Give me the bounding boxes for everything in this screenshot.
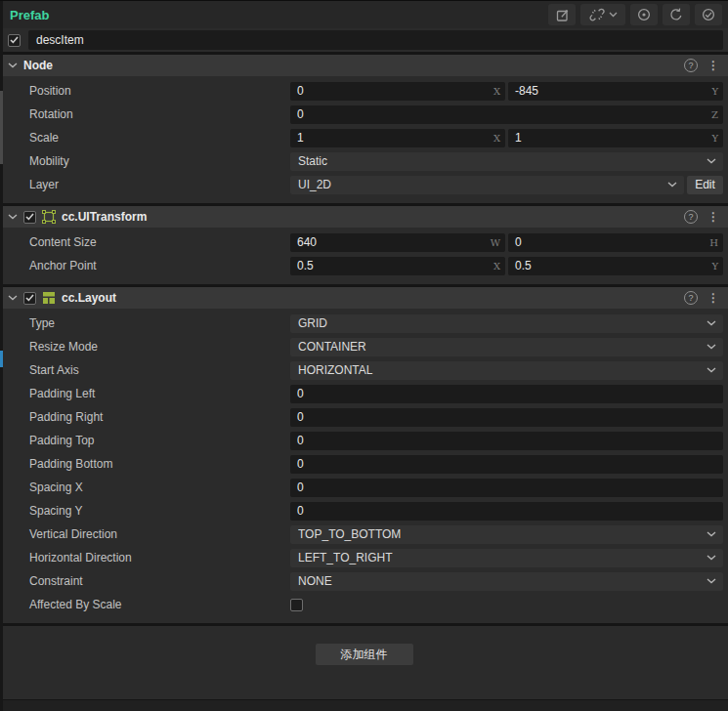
axis-suffix: X: [493, 133, 500, 144]
unlink-icon: [589, 7, 605, 22]
section-uitransform: cc.UITransform?⋮Content Size640W0HAnchor…: [0, 203, 728, 284]
axis-suffix: Y: [711, 133, 718, 144]
inspector-panel: Prefab descItem Node?⋮Position0X-845YRot…: [0, 1, 728, 711]
input-content-size-w[interactable]: 640W: [290, 233, 505, 252]
input-value: 1: [297, 131, 490, 145]
section-header-uitransform[interactable]: cc.UITransform?⋮: [0, 206, 728, 228]
select-value: CONTAINER: [298, 340, 707, 354]
axis-suffix: Z: [711, 109, 718, 120]
row-value-affected-by-scale: [290, 599, 723, 611]
select-type[interactable]: GRID: [290, 314, 723, 333]
row-value-padding-bottom: 0: [290, 455, 723, 474]
scroll-mark-gray: [0, 91, 3, 164]
input-position-y[interactable]: -845Y: [508, 82, 723, 101]
section-title: Node: [23, 59, 53, 72]
row-value-padding-top: 0: [290, 432, 723, 450]
panel-bottom-strip: [0, 699, 728, 711]
row-value-content-size: 640W0H: [290, 233, 723, 252]
confirm-button[interactable]: [695, 4, 722, 25]
axis-suffix: X: [493, 261, 500, 272]
input-value: 0: [297, 107, 707, 121]
field-label: Type: [0, 316, 290, 330]
section-header-node[interactable]: Node?⋮: [0, 55, 728, 76]
row-padding-bottom: Padding Bottom0: [0, 452, 728, 476]
row-value-resize-mode: CONTAINER: [290, 338, 723, 356]
chevron-down-icon: [707, 531, 716, 537]
select-resize-mode[interactable]: CONTAINER: [290, 338, 723, 356]
prefab-header-bar: Prefab: [0, 1, 728, 28]
input-padding-bottom[interactable]: 0: [290, 455, 723, 474]
field-label: Padding Bottom: [0, 457, 290, 471]
axis-suffix: H: [709, 237, 718, 248]
component-enabled-checkbox[interactable]: [23, 292, 36, 305]
chevron-down-icon[interactable]: [8, 63, 18, 68]
chevron-down-icon[interactable]: [8, 214, 18, 220]
help-icon[interactable]: ?: [684, 210, 698, 224]
help-icon[interactable]: ?: [684, 291, 698, 305]
input-value: 0: [297, 481, 718, 494]
section-layout: cc.Layout?⋮TypeGRIDResize ModeCONTAINERS…: [0, 284, 728, 623]
input-scale-x[interactable]: 1X: [290, 129, 505, 147]
edit-layer-button[interactable]: Edit: [687, 176, 723, 194]
row-value-anchor-point: 0.5X0.5Y: [290, 257, 723, 275]
unlink-prefab-button[interactable]: [580, 4, 625, 25]
input-rotation-z[interactable]: 0Z: [290, 105, 723, 124]
select-value: UI_2D: [298, 178, 667, 191]
section-header-layout[interactable]: cc.Layout?⋮: [0, 287, 728, 309]
input-padding-right[interactable]: 0: [290, 408, 723, 427]
select-start-axis[interactable]: HORIZONTAL: [290, 361, 723, 380]
uitransform-icon: [42, 210, 56, 224]
undo-button[interactable]: [663, 4, 690, 25]
input-padding-top[interactable]: 0: [290, 432, 723, 450]
section-body-uitransform: Content Size640W0HAnchor Point0.5X0.5Y: [0, 228, 728, 284]
affected-by-scale-checkbox[interactable]: [290, 599, 303, 611]
input-value: 0: [297, 84, 490, 98]
field-label: Layer: [0, 178, 290, 191]
select-layer[interactable]: UI_2D: [290, 176, 684, 194]
row-value-layer: UI_2DEdit: [290, 176, 723, 194]
input-content-size-h[interactable]: 0H: [508, 233, 723, 252]
row-mobility: MobilityStatic: [0, 149, 728, 173]
input-value: 0: [297, 387, 718, 400]
add-component-button[interactable]: 添加组件: [316, 644, 413, 665]
locate-prefab-button[interactable]: [630, 4, 658, 25]
select-horizontal-direction[interactable]: LEFT_TO_RIGHT: [290, 549, 723, 567]
panel-left-edge: [0, 1, 3, 711]
node-name-input[interactable]: descItem: [28, 30, 723, 50]
row-padding-right: Padding Right0: [0, 405, 728, 429]
more-options-icon[interactable]: ⋮: [707, 292, 719, 304]
edit-prefab-button[interactable]: [548, 4, 576, 25]
input-value: 0: [297, 434, 718, 447]
component-enabled-checkbox[interactable]: [23, 211, 36, 224]
input-anchor-point-x[interactable]: 0.5X: [290, 257, 505, 275]
field-label: Rotation: [0, 107, 290, 121]
field-label: Position: [0, 84, 290, 98]
input-spacing-x[interactable]: 0: [290, 479, 723, 497]
row-anchor-point: Anchor Point0.5X0.5Y: [0, 254, 728, 277]
row-value-position: 0X-845Y: [290, 82, 723, 101]
row-start-axis: Start AxisHORIZONTAL: [0, 358, 728, 382]
axis-suffix: W: [491, 237, 500, 248]
input-scale-y[interactable]: 1Y: [508, 129, 723, 147]
input-spacing-y[interactable]: 0: [290, 502, 723, 521]
input-value: 0.5: [297, 259, 490, 272]
more-options-icon[interactable]: ⋮: [707, 211, 719, 223]
node-active-checkbox[interactable]: [8, 34, 21, 47]
input-anchor-point-y[interactable]: 0.5Y: [508, 257, 723, 275]
scroll-mark-blue: [0, 351, 3, 367]
chevron-down-icon[interactable]: [8, 295, 18, 301]
select-constraint[interactable]: NONE: [290, 572, 723, 591]
input-value: 0: [297, 410, 718, 424]
input-position-x[interactable]: 0X: [290, 82, 505, 101]
select-value: Static: [298, 154, 707, 168]
section-body-layout: TypeGRIDResize ModeCONTAINERStart AxisHO…: [0, 309, 728, 623]
input-value: 1: [515, 131, 707, 145]
help-icon[interactable]: ?: [684, 59, 698, 72]
more-options-icon[interactable]: ⋮: [707, 60, 719, 71]
row-horizontal-direction: Horizontal DirectionLEFT_TO_RIGHT: [0, 546, 728, 569]
select-mobility[interactable]: Static: [290, 152, 723, 171]
input-padding-left[interactable]: 0: [290, 385, 723, 403]
axis-suffix: X: [493, 86, 500, 97]
section-node: Node?⋮Position0X-845YRotation0ZScale1X1Y…: [0, 52, 728, 203]
select-vertical-direction[interactable]: TOP_TO_BOTTOM: [290, 525, 723, 544]
